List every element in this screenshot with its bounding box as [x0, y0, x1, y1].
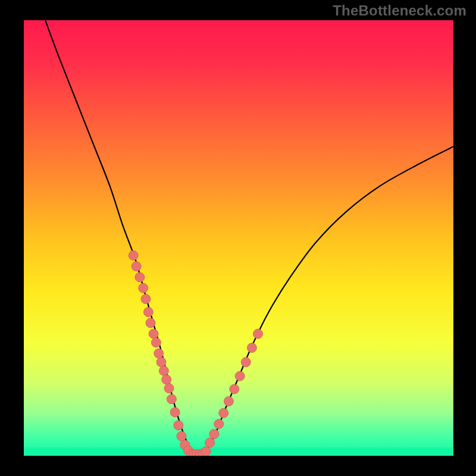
- data-point: [253, 329, 262, 339]
- data-point: [162, 375, 171, 384]
- data-point: [209, 429, 219, 439]
- data-point: [247, 343, 256, 352]
- bottleneck-chart: [24, 20, 453, 456]
- data-point: [201, 447, 211, 456]
- data-point: [143, 307, 153, 317]
- data-point: [170, 408, 180, 417]
- data-point: [131, 262, 141, 271]
- data-point: [164, 384, 174, 393]
- data-point: [241, 358, 250, 367]
- data-point: [129, 250, 138, 260]
- data-point: [156, 358, 166, 367]
- data-point: [149, 329, 158, 339]
- data-point: [235, 371, 245, 381]
- data-point: [230, 384, 239, 394]
- watermark-text: TheBottleneck.com: [333, 2, 466, 19]
- data-point: [205, 438, 215, 447]
- data-point: [224, 397, 233, 406]
- plot-area: [24, 20, 453, 456]
- data-point: [139, 283, 148, 293]
- data-point: [167, 394, 176, 404]
- data-point: [159, 366, 168, 375]
- data-point: [135, 273, 145, 282]
- data-point: [151, 338, 161, 347]
- chart-frame: TheBottleneck.com: [0, 0, 476, 476]
- data-point: [154, 349, 164, 358]
- data-point: [177, 431, 186, 441]
- green-band: [24, 447, 453, 456]
- data-point: [219, 408, 228, 418]
- data-point: [174, 421, 183, 430]
- data-point: [214, 419, 224, 429]
- data-point: [146, 318, 155, 328]
- data-point: [141, 294, 151, 303]
